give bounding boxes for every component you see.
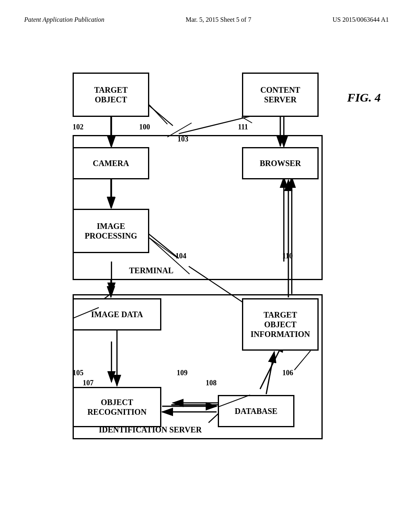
browser-box: BROWSER [242,147,319,179]
num-108: 108 [206,379,217,387]
content-server-label: CONTENT SERVER [261,85,300,104]
database-box: DATABASE [218,395,294,427]
svg-line-38 [242,117,252,123]
camera-label: CAMERA [93,158,129,168]
target-object-info-label: TARGET OBJECT INFORMATION [250,310,310,339]
target-object-label: TARGET OBJECT [94,85,128,104]
content-server-box: CONTENT SERVER [242,73,319,117]
object-recognition-label: OBJECT RECOGNITION [88,397,147,417]
num-102: 102 [73,123,83,131]
svg-line-3 [147,104,173,126]
num-103: 103 [177,135,188,143]
num-111: 111 [238,123,248,131]
patent-number-label: US 2015/0063644 A1 [332,16,389,23]
num-100: 100 [139,123,150,131]
camera-box: CAMERA [73,147,149,179]
diagram: FIG. 4 TARGET OBJECT CONTENT SERVER TERM… [32,56,389,508]
num-106: 106 [282,369,293,377]
arrows-svg [32,56,389,508]
num-110: 110 [282,252,293,260]
browser-label: BROWSER [260,158,301,168]
target-object-info-box: TARGET OBJECT INFORMATION [242,298,319,351]
target-object-box: TARGET OBJECT [73,73,149,117]
image-processing-box: IMAGE PROCESSING [73,209,149,253]
publication-label: Patent Application Publication [24,16,104,23]
num-109: 109 [177,369,188,377]
fig-label: FIG. 4 [347,91,381,104]
image-data-label: IMAGE DATA [91,310,143,319]
num-104: 104 [175,252,186,260]
svg-line-23 [149,105,167,124]
num-105: 105 [73,369,83,377]
database-label: DATABASE [235,406,277,416]
image-data-box: IMAGE DATA [73,298,161,330]
terminal-label: TERMINAL [129,266,173,275]
num-107: 107 [83,379,94,387]
image-processing-label: IMAGE PROCESSING [85,221,137,241]
date-sheet-label: Mar. 5, 2015 Sheet 5 of 7 [186,16,251,23]
object-recognition-box: OBJECT RECOGNITION [73,387,161,427]
